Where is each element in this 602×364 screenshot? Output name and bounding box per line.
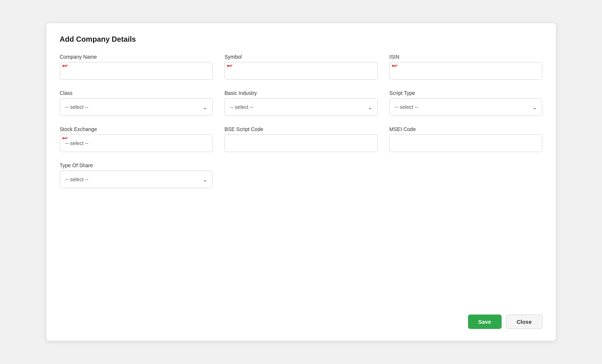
isin-group: ISIN ⮨ (389, 54, 543, 80)
company-name-input-wrapper: ⮨ (60, 62, 213, 80)
stock-exchange-label: Stock Exchange (60, 126, 213, 132)
basic-industry-label: Basic Industry (224, 90, 378, 96)
stock-exchange-input[interactable] (60, 134, 213, 152)
add-company-modal: Add Company Details Company Name ⮨ Symbo… (47, 23, 556, 341)
stock-exchange-required: ⮨ (62, 136, 68, 142)
bse-script-code-input[interactable] (224, 134, 378, 152)
isin-required: ⮨ (392, 63, 398, 69)
company-name-label: Company Name (60, 54, 213, 60)
symbol-input-wrapper: ⮨ (224, 62, 378, 80)
company-name-input[interactable] (60, 62, 213, 80)
isin-input-wrapper: ⮨ (389, 62, 543, 80)
bse-script-code-group: BSE Script Code (224, 126, 378, 152)
stock-exchange-input-wrapper: ⮨ (60, 134, 213, 152)
modal-footer: Save Close (60, 309, 543, 329)
type-of-share-select[interactable]: -- select -- (60, 171, 213, 188)
form-row-3: Stock Exchange ⮨ BSE Script Code MSEI Co… (60, 126, 543, 152)
type-of-share-select-wrapper: -- select -- ⌄ (60, 171, 213, 188)
msei-code-input-wrapper (389, 134, 543, 152)
symbol-label: Symbol (224, 54, 378, 60)
form-body: Company Name ⮨ Symbol ⮨ ISIN ⮨ (60, 54, 543, 309)
symbol-group: Symbol ⮨ (224, 54, 378, 80)
form-row-4: Type Of Share -- select -- ⌄ (60, 162, 543, 188)
class-select-wrapper: -- select -- ⌄ (60, 98, 213, 116)
basic-industry-select[interactable]: -- select -- (224, 98, 378, 116)
basic-industry-group: Basic Industry -- select -- ⌄ (224, 90, 378, 116)
type-of-share-label: Type Of Share (60, 162, 213, 168)
close-button[interactable]: Close (506, 315, 543, 329)
form-row-2: Class -- select -- ⌄ Basic Industry -- s… (60, 90, 543, 116)
isin-input[interactable] (389, 62, 543, 80)
save-button[interactable]: Save (468, 315, 502, 329)
form-row-1: Company Name ⮨ Symbol ⮨ ISIN ⮨ (60, 54, 543, 80)
bse-script-code-label: BSE Script Code (224, 126, 378, 132)
msei-code-group: MSEI Code (389, 126, 543, 152)
stock-exchange-group: Stock Exchange ⮨ (60, 126, 213, 152)
isin-label: ISIN (389, 54, 543, 60)
basic-industry-select-wrapper: -- select -- ⌄ (224, 98, 378, 116)
company-name-required: ⮨ (62, 63, 68, 69)
script-type-select-wrapper: -- select -- ⌄ (389, 98, 543, 116)
script-type-group: Script Type -- select -- ⌄ (389, 90, 543, 116)
msei-code-label: MSEI Code (389, 126, 543, 132)
modal-title: Add Company Details (60, 35, 543, 44)
symbol-required: ⮨ (227, 63, 233, 69)
type-of-share-group: Type Of Share -- select -- ⌄ (60, 162, 213, 188)
script-type-select[interactable]: -- select -- (389, 98, 543, 116)
msei-code-input[interactable] (389, 134, 543, 152)
script-type-label: Script Type (389, 90, 543, 96)
class-label: Class (60, 90, 213, 96)
bse-script-code-input-wrapper (224, 134, 378, 152)
company-name-group: Company Name ⮨ (60, 54, 213, 80)
symbol-input[interactable] (224, 62, 378, 80)
class-select[interactable]: -- select -- (60, 98, 213, 116)
class-group: Class -- select -- ⌄ (60, 90, 213, 116)
